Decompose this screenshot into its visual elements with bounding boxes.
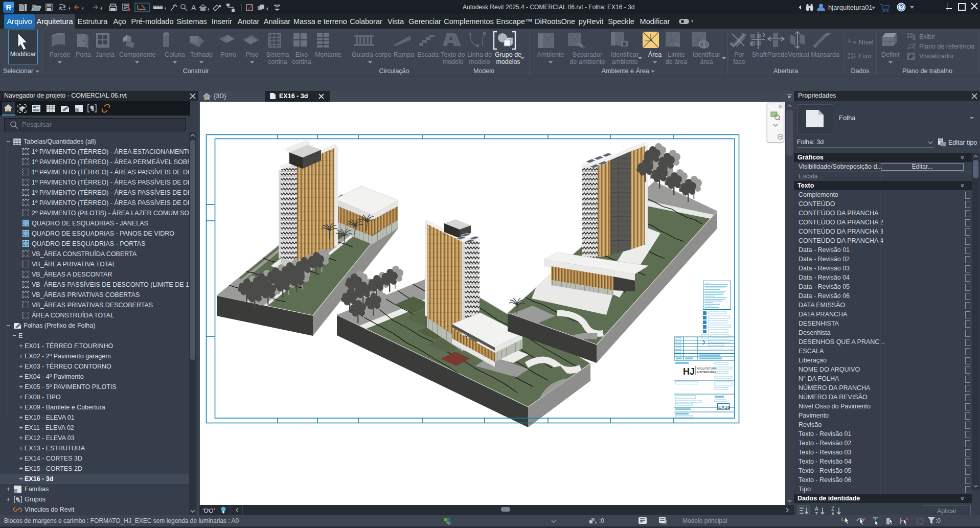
svg-text:Z: Z <box>831 506 834 512</box>
svg-text:A: A <box>191 4 196 12</box>
svg-text:E INTERIORES: E INTERIORES <box>697 371 716 374</box>
svg-text:?: ? <box>899 4 903 11</box>
svg-text:1: 1 <box>702 41 705 48</box>
svg-text:HJ: HJ <box>683 366 695 377</box>
svg-text:ARQUITETURA: ARQUITETURA <box>697 367 717 370</box>
svg-text:R: R <box>6 3 12 12</box>
svg-text:-1: -1 <box>847 39 850 42</box>
svg-text:EX16: EX16 <box>718 404 730 410</box>
svg-text:hjarquitetura01: hjarquitetura01 <box>828 4 873 11</box>
svg-text:A: A <box>815 506 818 512</box>
